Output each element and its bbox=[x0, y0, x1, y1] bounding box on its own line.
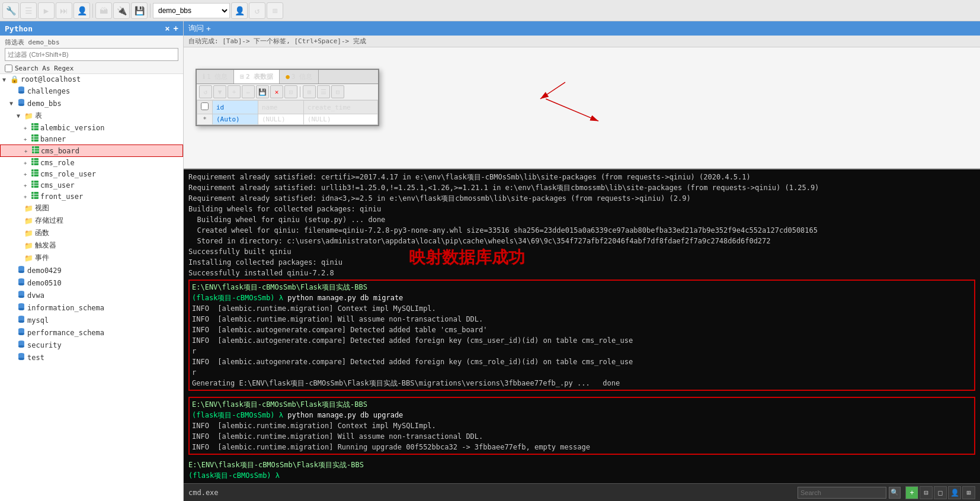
tree-item-triggers[interactable]: 📁触发器 bbox=[0, 239, 183, 252]
tree-item-cms_role[interactable]: +cms_role bbox=[0, 157, 183, 168]
popup-btn-list[interactable]: ☰ bbox=[317, 85, 330, 98]
tree-item-cms_user[interactable]: +cms_user bbox=[0, 179, 183, 191]
terminal-btn-add[interactable]: + bbox=[905, 486, 918, 499]
terminal-search-input[interactable] bbox=[798, 487, 886, 499]
cell-name[interactable]: (NULL) bbox=[258, 114, 303, 125]
cell-id[interactable]: (Auto) bbox=[213, 114, 258, 125]
tree-item-root[interactable]: ▼🔒root@localhost bbox=[0, 74, 183, 85]
svg-rect-22 bbox=[31, 169, 39, 176]
query-title: 询问 bbox=[188, 23, 204, 34]
terminal-bottom-bar: cmd.exe 🔍 + ⊟ □ 👤 ⊞ bbox=[184, 483, 980, 501]
tree-item-banner[interactable]: +banner bbox=[0, 133, 183, 144]
toolbar-btn-play[interactable]: ▶ bbox=[38, 2, 55, 19]
toolbar-btn-table[interactable]: ⊞ bbox=[267, 2, 283, 19]
tree-item-cms_role_user[interactable]: +cms_role_user bbox=[0, 168, 183, 179]
tree-item-security[interactable]: security bbox=[0, 339, 183, 351]
popup-tab-info3[interactable]: ● 3 信息 bbox=[280, 70, 319, 84]
tree-label-cms_user: cms_user bbox=[40, 181, 75, 190]
tree-item-storage[interactable]: 📁存储过程 bbox=[0, 214, 183, 227]
tree-item-performance_schema[interactable]: performance_schema bbox=[0, 326, 183, 339]
svg-rect-14 bbox=[32, 146, 39, 153]
svg-rect-18 bbox=[31, 158, 39, 165]
tree-item-demo0429[interactable]: demo0429 bbox=[0, 264, 183, 277]
tree-item-demo0510[interactable]: demo0510 bbox=[0, 277, 183, 289]
cell-create-time[interactable]: (NULL) bbox=[303, 114, 377, 125]
folder-icon: 📁 bbox=[24, 229, 33, 237]
toolbar-btn-forward[interactable]: ⏭ bbox=[56, 2, 72, 19]
popup-btn-grid[interactable]: ⊞ bbox=[303, 85, 316, 98]
terminal-line: Requirement already satisfied: urllib3!=… bbox=[188, 182, 975, 193]
row-marker: * bbox=[197, 114, 213, 125]
popup-btn-filter[interactable]: ⊡ bbox=[284, 85, 297, 98]
regex-option[interactable]: Search As Regex bbox=[0, 63, 183, 73]
toolbar-btn-list[interactable]: ☰ bbox=[20, 2, 37, 19]
tree-item-alembic_version[interactable]: +alembic_version bbox=[0, 122, 183, 133]
query-autocomplete: 自动完成: [Tab]-> 下一个标签, [Ctrl+Space]-> 完成 bbox=[184, 36, 980, 47]
toolbar-btn-refresh[interactable]: ↺ bbox=[249, 2, 265, 19]
terminal-line: Successfully built qiniu bbox=[188, 246, 975, 257]
svg-point-51 bbox=[18, 333, 24, 335]
tree-item-functions[interactable]: 📁函数 bbox=[0, 227, 183, 239]
tree-item-dvwa[interactable]: dvwa bbox=[0, 289, 183, 301]
toolbar-btn-mountain[interactable]: 🏔 bbox=[95, 2, 112, 19]
terminal-search-button[interactable]: 🔍 bbox=[889, 487, 901, 499]
toolbar-btn-user-icon[interactable]: 👤 bbox=[231, 2, 248, 19]
toolbar-btn-cylinder[interactable]: 💾 bbox=[131, 2, 148, 19]
tree-item-views[interactable]: 📁视图 bbox=[0, 202, 183, 214]
popup-tab-info1[interactable]: ℹ 1 信息 bbox=[197, 70, 234, 84]
tree-item-challenges[interactable]: challenges bbox=[0, 85, 183, 97]
toolbar-btn-person[interactable]: 👤 bbox=[73, 2, 90, 19]
popup-btn-add[interactable]: + bbox=[228, 85, 241, 98]
svg-point-42 bbox=[18, 296, 24, 298]
terminal-btn-window[interactable]: □ bbox=[934, 486, 947, 499]
terminal-btn-person[interactable]: 👤 bbox=[948, 486, 961, 499]
separator-1 bbox=[92, 4, 93, 18]
expand-icon-demo_bbs: ▼ bbox=[9, 100, 15, 107]
left-panel-header: Python × + bbox=[0, 21, 183, 36]
terminal-panel: Requirement already satisfied: certifi>=… bbox=[184, 169, 980, 501]
table-icon bbox=[32, 146, 39, 155]
terminal-line: Requirement already satisfied: certifi>=… bbox=[188, 172, 975, 182]
select-all-checkbox[interactable] bbox=[201, 102, 209, 110]
popup-btn-delete[interactable]: ✕ bbox=[270, 85, 283, 98]
tree-item-cms_board[interactable]: +cms_board bbox=[0, 144, 183, 157]
expand-icon-cms_role: + bbox=[24, 160, 30, 166]
tree-item-test[interactable]: test bbox=[0, 351, 183, 364]
popup-btn-edit[interactable]: ✏ bbox=[242, 85, 255, 98]
tree-label-test: test bbox=[27, 354, 44, 362]
db-select[interactable]: demo_bbs bbox=[153, 3, 230, 18]
tree-label-alembic_version: alembic_version bbox=[40, 124, 104, 132]
query-add-btn[interactable]: + bbox=[206, 24, 211, 33]
toolbar-btn-plug[interactable]: 🔌 bbox=[113, 2, 130, 19]
tree-item-tables[interactable]: ▼📁表 bbox=[0, 110, 183, 122]
tree-item-mysql[interactable]: mysql bbox=[0, 314, 183, 326]
svg-line-60 bbox=[546, 99, 598, 121]
regex-checkbox[interactable] bbox=[5, 65, 12, 72]
info3-icon: ● bbox=[286, 73, 290, 81]
regex-label: Search As Regex bbox=[15, 65, 73, 72]
tree-label-performance_schema: performance_schema bbox=[27, 329, 104, 337]
terminal-btn-split[interactable]: ⊟ bbox=[920, 486, 933, 499]
tree-item-demo_bbs[interactable]: ▼demo_bbs bbox=[0, 97, 183, 110]
terminal-btn-grid[interactable]: ⊞ bbox=[962, 486, 975, 499]
left-panel-add[interactable]: + bbox=[174, 24, 178, 33]
popup-btn-refresh[interactable]: ↺ bbox=[199, 85, 212, 98]
popup-btn-cols[interactable]: ⊟ bbox=[331, 85, 344, 98]
tree-item-information_schema[interactable]: information_schema bbox=[0, 301, 183, 314]
filter-input[interactable] bbox=[5, 48, 178, 61]
terminal-line-prompt: (flask项目-cBMOsSmb) λ bbox=[188, 470, 975, 481]
tree-item-front_user[interactable]: +front_user bbox=[0, 191, 183, 202]
table-icon bbox=[31, 134, 39, 143]
filter-label: 筛选表 demo_bbs bbox=[0, 36, 183, 48]
toolbar-btn-green-arrow[interactable]: 🔧 bbox=[2, 2, 19, 19]
tree-item-events[interactable]: 📁事件 bbox=[0, 252, 183, 264]
db-icon bbox=[17, 340, 25, 350]
popup-tab-data[interactable]: ⊞ 2 表数据 bbox=[234, 70, 280, 84]
expand-icon-tables: ▼ bbox=[17, 113, 23, 119]
tree-label-challenges: challenges bbox=[27, 87, 70, 95]
left-panel-close[interactable]: × bbox=[165, 24, 169, 33]
popup-btn-save[interactable]: 💾 bbox=[256, 85, 269, 98]
popup-btn-dropdown[interactable]: ▼ bbox=[213, 85, 226, 98]
terminal-line-cmd: (flask项目-cBMOsSmb) λ python manage.py db… bbox=[192, 293, 972, 303]
folder-icon: 📁 bbox=[24, 254, 33, 262]
